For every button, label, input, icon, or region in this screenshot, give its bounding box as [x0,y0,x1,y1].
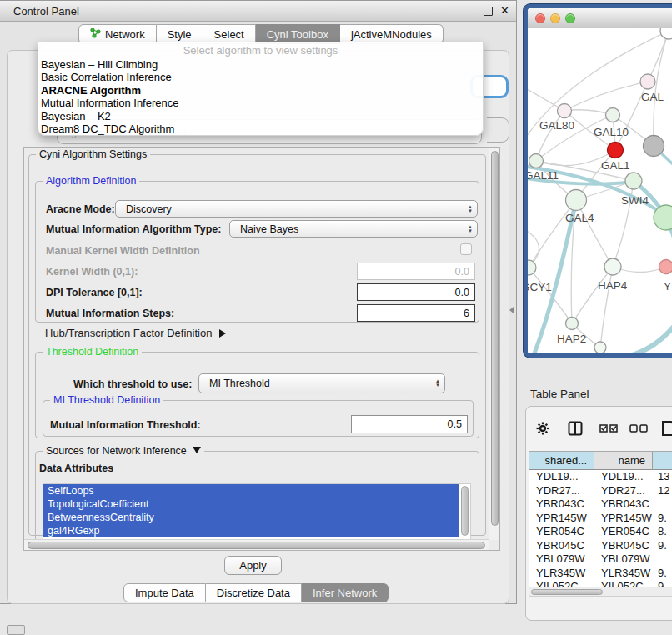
table-cell: YDR27... [529,484,594,498]
algorithm-option-basic-correlation-inference[interactable]: Basic Correlation Inference [38,71,483,83]
network-node[interactable] [594,342,606,353]
aracne-mode-combo[interactable]: Discovery ▲▼ [115,200,478,218]
column-header-cut[interactable] [653,452,672,470]
table-horizontal-scrollbar[interactable] [529,587,672,597]
tab-discretize-data[interactable]: Discretize Data [206,583,302,602]
attribute-item[interactable]: TopologicalCoefficient [43,498,459,511]
zoom-traffic-icon[interactable] [565,13,575,23]
function-builder-icon[interactable] [661,420,672,437]
select-all-checkboxes-icon[interactable] [599,424,618,432]
network-node[interactable] [608,142,624,158]
algorithm-definition-title: Algorithm Definition [43,175,139,187]
network-node[interactable] [604,258,621,275]
algorithm-option-mutual-information-inference[interactable]: Mutual Information Inference [38,97,483,109]
settings-vertical-scrollbar[interactable] [489,148,499,540]
node-label: GCY1 [528,281,552,293]
table-panel-window: shared...name YDL19...YDL19...13YDR27...… [525,406,672,621]
cyni-algorithm-settings-group: Cyni Algorithm Settings Algorithm Defini… [28,154,486,536]
split-columns-icon[interactable] [568,421,583,436]
attribute-item[interactable]: BetweennessCentrality [43,511,459,524]
node-label: GAL1 [601,159,630,172]
network-node[interactable] [529,154,544,168]
manual-kernel-label: Manual Kernel Width Definition [46,245,200,257]
column-header-shared[interactable]: shared... [529,452,594,470]
network-node[interactable] [659,260,672,274]
network-node[interactable] [566,318,579,330]
float-icon[interactable] [484,7,493,16]
deselect-checkboxes-icon[interactable] [629,424,648,432]
collapse-down-icon[interactable] [193,447,201,453]
table-panel-title: Table Panel [530,388,589,400]
table-row[interactable]: YLR345WYLR345W9. [529,567,672,581]
table-row[interactable]: YBR045CYBR045C9. [529,539,672,553]
network-canvas[interactable]: GALGAL80GAL10GAL1GAL11SWI4GAL4GCY1HAP4YH… [528,28,672,353]
mi-steps-field[interactable] [357,304,475,322]
control-panel-title: Control Panel [0,5,79,18]
network-node[interactable] [566,190,587,211]
table-row[interactable]: YDR27...YDR27...12 [529,484,672,498]
mi-threshold-definition-title: MI Threshold Definition [50,394,163,406]
close-icon[interactable]: ✕ [500,7,509,15]
table-cell: 9. [653,567,672,581]
table-cell: YBR045C [529,539,594,553]
settings-horizontal-scrollbar[interactable] [24,539,489,550]
apply-button[interactable]: Apply [224,556,282,575]
table-cell: YBL079W [594,552,653,567]
gear-icon[interactable] [536,422,549,435]
attribute-item[interactable]: gal4RGexp [43,524,459,538]
algorithm-option-bayesian-k2[interactable]: Bayesian – K2 [38,110,483,122]
table-row[interactable]: YER054CYER054C8. [529,525,672,539]
network-node[interactable] [558,104,572,118]
table-cell: YDR27... [594,484,653,498]
manual-kernel-checkbox[interactable] [460,243,472,255]
which-threshold-label: Which threshold to use: [73,378,192,390]
table-cell: 13 [653,470,672,484]
kernel-width-field[interactable] [357,262,475,280]
hub-definition-row[interactable]: Hub/Transcription Factor Definition [45,327,226,339]
table-row[interactable]: YBL079WYBL079W [529,552,672,567]
algorithm-option-bayesian-hill-climbing[interactable]: Bayesian – Hill Climbing [38,58,483,71]
combo-fragment [487,118,509,142]
node-label: Y [664,280,671,292]
table-cell: 9. [653,539,672,553]
which-threshold-combo[interactable]: MI Threshold ▲▼ [198,373,445,393]
network-window-titlebar[interactable] [528,8,672,28]
stepper-arrows-icon: ▲▼ [464,225,477,233]
node-label: HAP4 [598,279,628,292]
tab-label: jActiveMNodules [351,28,432,41]
close-traffic-icon[interactable] [535,13,545,23]
splitter-handle-icon[interactable] [509,307,514,313]
dpi-tolerance-field[interactable] [357,283,475,301]
network-node[interactable] [528,260,536,275]
table-cell: YDL19... [529,470,594,484]
minimize-traffic-icon[interactable] [550,13,560,23]
threshold-definition-group: Threshold Definition Which threshold to … [35,352,479,438]
algorithm-option-dream8-dc-tdc-algorithm[interactable]: Dream8 DC_TDC Algorithm [38,122,483,135]
attributes-scrollbar[interactable] [461,486,469,536]
algorithm-dropdown-placeholder: Select algorithm to view settings [38,42,483,58]
column-header-name[interactable]: name [594,452,653,470]
network-node[interactable] [644,136,664,157]
network-node[interactable] [640,74,655,89]
algorithm-option-aracne-algorithm[interactable]: ARACNE Algorithm [38,84,483,97]
table-row[interactable]: YBR043CYBR043C [529,498,672,512]
tab-label: Cyni Toolbox [267,28,328,41]
tab-infer-network[interactable]: Infer Network [302,583,389,602]
tab-impute-data[interactable]: Impute Data [123,583,206,602]
table-row[interactable]: YPR145WYPR145W9. [529,512,672,526]
cyni-bottom-tabbar: Impute DataDiscretize DataInfer Network [123,583,389,602]
table-row[interactable]: YDL19...YDL19...13 [529,470,672,484]
network-node[interactable] [625,172,642,189]
mi-type-combo[interactable]: Naive Bayes ▲▼ [229,220,478,238]
table-cell: 9. [653,512,672,526]
threshold-definition-title: Threshold Definition [43,346,142,358]
expand-right-icon[interactable] [219,329,226,338]
mi-threshold-field[interactable] [351,415,468,433]
table-cell: YPR145W [594,512,653,526]
collapsed-panel-icon[interactable] [7,625,25,635]
settings-scroll-area: Cyni Algorithm Settings Algorithm Defini… [23,147,500,551]
attribute-item[interactable]: SelfLoops [43,484,459,498]
tab-label: Infer Network [313,587,377,599]
network-node[interactable] [606,108,620,122]
network-node[interactable] [660,28,672,39]
